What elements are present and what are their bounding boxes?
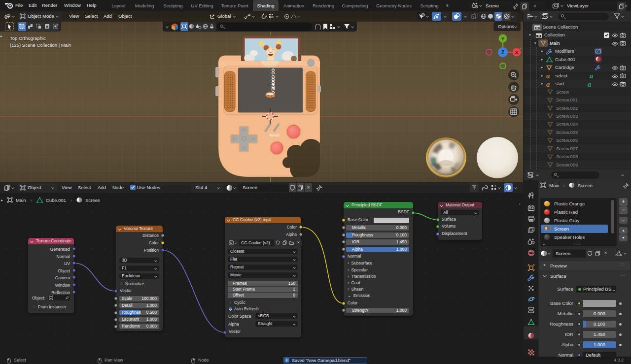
svg-text:Y: Y [501,36,504,41]
svg-text:Select: Select [269,133,280,137]
svg-text:X: X [515,50,518,55]
svg-text:Z: Z [501,50,504,55]
